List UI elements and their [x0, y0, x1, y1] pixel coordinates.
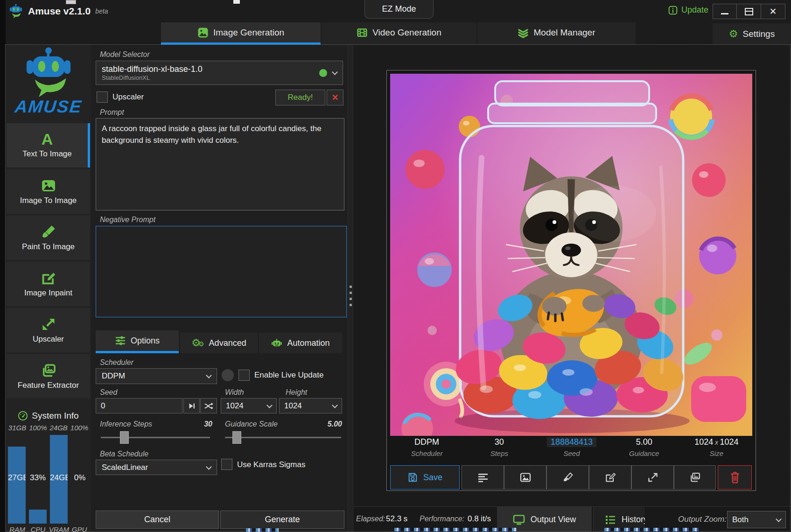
seed-input[interactable]	[96, 398, 182, 413]
send-to-image-button[interactable]	[504, 465, 546, 490]
delete-button[interactable]	[718, 465, 752, 490]
system-info-bottom-labels: RAM CPU VRAM GPU	[7, 525, 89, 532]
guidance-scale-slider-thumb[interactable]	[232, 431, 241, 444]
sidebar-item-feature-extractor[interactable]: Feature Extractor	[7, 354, 90, 399]
meter-label: GPU	[70, 525, 89, 532]
send-to-paint-button[interactable]	[546, 465, 589, 490]
height-dropdown[interactable]: 1024	[279, 398, 342, 413]
seed-reset-button[interactable]	[183, 398, 200, 413]
close-button[interactable]: ✕	[761, 4, 785, 19]
amuse-logo-text: AMUSE	[14, 97, 83, 117]
panel-splitter[interactable]	[348, 45, 353, 532]
cancel-model-button[interactable]: ✕	[327, 90, 343, 105]
output-zoom-label: Output Zoom:	[678, 515, 727, 524]
output-image	[390, 74, 752, 436]
seed-randomize-button[interactable]	[200, 398, 217, 413]
tab-video-generation[interactable]: Video Generation	[322, 22, 476, 45]
guidance-scale-slider[interactable]	[225, 437, 341, 438]
chevron-down-icon	[206, 372, 212, 378]
brush-icon	[562, 472, 574, 483]
meter-max: 100%	[28, 424, 48, 432]
performance-label: Performance:	[420, 515, 464, 523]
trash-icon	[729, 471, 741, 483]
tab-options-label: Options	[131, 336, 160, 346]
cancel-button[interactable]: Cancel	[96, 511, 219, 529]
caption-button[interactable]	[462, 465, 504, 490]
performance-value: 0.8 it/s	[468, 514, 491, 524]
info-icon	[668, 6, 678, 15]
send-to-inpaint-button[interactable]	[589, 465, 631, 490]
resize-arrows-icon	[41, 317, 56, 332]
inference-steps-slider[interactable]	[101, 437, 210, 438]
sidebar-item-image-to-image[interactable]: Image To Image	[7, 169, 90, 214]
gears-icon: ⚙⚙	[191, 338, 204, 348]
minimize-button[interactable]	[713, 4, 737, 19]
height-label: Height	[286, 388, 307, 397]
meta-scheduler-value: DDPM	[391, 437, 463, 447]
sidebar-item-label: Feature Extractor	[18, 381, 79, 390]
meter-max: 100%	[70, 424, 89, 432]
screen-artifact	[66, 0, 76, 4]
chevron-down-icon	[332, 69, 338, 75]
output-view-label: Output View	[531, 515, 576, 525]
prompt-input[interactable]: A raccoon trapped inside a glass jar ful…	[96, 118, 344, 210]
tab-automation[interactable]: Automation	[259, 333, 342, 353]
negative-prompt-input[interactable]	[96, 226, 347, 317]
close-icon: ✕	[770, 6, 777, 17]
model-selector-dropdown[interactable]: stable-diffusion-xl-base-1.0 StableDiffu…	[96, 61, 343, 85]
scheduler-dropdown[interactable]: DDPM	[96, 368, 217, 384]
rainbow-candy	[670, 96, 712, 138]
app-title-beta: beta	[95, 7, 108, 15]
system-info-header: System Info	[6, 411, 91, 421]
sidebar: AMUSE A Text To Image Image To Image	[6, 45, 91, 532]
beta-schedule-dropdown[interactable]: ScaledLinear	[96, 460, 217, 475]
sidebar-item-paint-to-image[interactable]: Paint To Image	[7, 216, 90, 260]
gpu-meter: 0%	[70, 435, 89, 524]
tab-advanced[interactable]: ⚙⚙ Advanced	[180, 333, 258, 353]
meter-max: 24GB	[49, 424, 69, 432]
output-zoom-dropdown[interactable]: Both	[727, 511, 786, 528]
model-name: stable-diffusion-xl-base-1.0	[102, 64, 203, 74]
ready-status-button[interactable]: Ready!	[275, 90, 325, 105]
tab-options[interactable]: Options	[96, 330, 179, 353]
sidebar-item-text-to-image[interactable]: A Text To Image	[7, 123, 90, 168]
sidebar-item-image-inpaint[interactable]: Image Inpaint	[7, 262, 90, 306]
vram-meter: 24GB	[49, 435, 68, 524]
send-to-upscaler-button[interactable]	[631, 465, 674, 490]
sliders-icon	[115, 335, 126, 346]
meter-value: 24GB	[50, 473, 68, 483]
screen-artifact	[246, 528, 279, 532]
meta-seed-link[interactable]: 188848413	[547, 437, 596, 447]
sidebar-item-upscaler[interactable]: Upscaler	[7, 308, 90, 352]
width-value: 1024	[226, 401, 244, 411]
save-button-label: Save	[423, 473, 442, 483]
meta-steps-value: 30	[463, 437, 535, 447]
karras-sigmas-checkbox[interactable]	[221, 459, 232, 470]
save-floppy-icon	[407, 472, 418, 483]
titlebar: Amuse v2.1.0 beta	[8, 4, 108, 19]
output-panel: DDPM Scheduler 30 Steps 188848413 Seed 5…	[353, 45, 791, 532]
sidebar-nav: A Text To Image Image To Image Paint To …	[7, 123, 90, 400]
output-zoom-value: Both	[732, 515, 749, 525]
ez-mode-button[interactable]: EZ Mode	[364, 0, 434, 19]
upscaler-checkbox[interactable]	[97, 91, 108, 103]
tab-model-manager[interactable]: Model Manager	[477, 22, 636, 45]
update-button[interactable]: Update	[668, 5, 708, 15]
resize-arrows-icon	[647, 472, 658, 483]
image-icon	[519, 472, 532, 483]
settings-button[interactable]: ⚙ Settings	[713, 23, 791, 44]
send-to-feature-extractor-button[interactable]	[674, 465, 716, 490]
ready-status-label: Ready!	[288, 93, 313, 102]
width-dropdown[interactable]: 1024	[221, 398, 277, 413]
inference-steps-label: Inference Steps	[100, 420, 152, 428]
save-button[interactable]: Save	[390, 465, 460, 490]
maximize-button[interactable]	[737, 4, 761, 19]
output-frame: DDPM Scheduler 30 Steps 188848413 Seed 5…	[386, 70, 756, 491]
tab-image-generation[interactable]: Image Generation	[161, 22, 321, 45]
live-update-indicator	[222, 369, 234, 381]
meta-steps-label: Steps	[463, 449, 535, 457]
inference-steps-slider-thumb[interactable]	[120, 431, 129, 444]
generate-button[interactable]: Generate	[220, 511, 344, 529]
letter-a-icon: A	[42, 132, 53, 147]
live-update-checkbox[interactable]	[238, 370, 250, 381]
